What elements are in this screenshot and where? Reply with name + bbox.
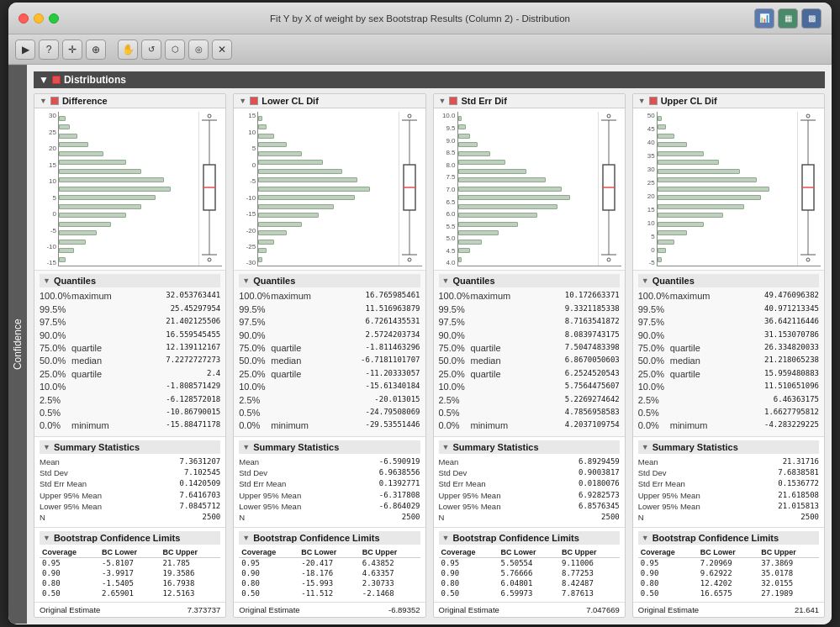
section-header: ▼ Distributions (34, 71, 825, 88)
panel-color-indicator (649, 97, 658, 105)
section-toggle-icon[interactable]: ▼ (239, 97, 246, 105)
quantile-row: 10.0% -15.61340184 (239, 381, 420, 393)
stats-toggle[interactable]: ▼ (642, 443, 649, 451)
chart-area: 302520151050-5-10-15 (34, 108, 225, 270)
boxplot-column (598, 112, 621, 266)
main-window: Fit Y by X of weight by sex Bootstrap Re… (8, 3, 832, 624)
quantiles-toggle[interactable]: ▼ (442, 277, 450, 285)
stats-row: Lower 95% Mean 6.8576345 (439, 501, 620, 512)
shape-button[interactable]: ⬡ (165, 40, 185, 60)
quantiles-toggle[interactable]: ▼ (242, 277, 250, 285)
bootstrap-section: ▼ Bootstrap Confidence Limits CoverageBC… (34, 527, 225, 602)
icon-btn-1[interactable]: 📊 (754, 8, 774, 29)
cross-button[interactable]: ✕ (212, 40, 232, 60)
quantiles-title: ▼ Quantiles (638, 274, 819, 287)
quantile-row: 10.0% -1.808571429 (40, 381, 220, 393)
boxplot-svg (798, 112, 818, 263)
bootstrap-row: 0.80 -1.5405 16.7938 (40, 578, 220, 588)
stats-row: Mean 6.8929459 (439, 456, 620, 467)
boxplot-column (797, 112, 821, 266)
stats-row: Mean 21.31716 (638, 456, 819, 467)
chart-area: 151050-5-10-15-20-25-30 (234, 108, 425, 270)
bootstrap-title: ▼ Bootstrap Confidence Limits (40, 531, 220, 545)
summary-stats-title: ▼ Summary Statistics (439, 440, 620, 454)
select-tool-button[interactable]: ▶ (15, 40, 35, 60)
panel-color-indicator (50, 97, 59, 105)
bootstrap-toggle[interactable]: ▼ (442, 534, 450, 542)
bootstrap-toggle[interactable]: ▼ (242, 534, 250, 542)
close-button[interactable] (18, 13, 29, 24)
stats-row: Lower 95% Mean 7.0845712 (40, 501, 220, 512)
stats-row: Mean 7.3631207 (40, 456, 220, 467)
bootstrap-header-row: CoverageBC LowerBC Upper (40, 547, 220, 558)
pan-button[interactable]: ✋ (118, 40, 138, 60)
maximize-button[interactable] (49, 13, 59, 24)
stats-toggle[interactable]: ▼ (442, 443, 450, 451)
y-axis-labels: 10.09.59.08.58.07.57.06.56.05.55.04.54.0 (437, 112, 457, 266)
stats-row: Upper 95% Mean 7.6416703 (40, 490, 220, 501)
zoom-button[interactable]: ⊕ (86, 40, 106, 60)
original-estimate: Original Estimate 7.047669 (434, 602, 625, 617)
circle-button[interactable]: ◎ (188, 40, 209, 60)
svg-point-26 (806, 114, 810, 118)
bootstrap-section: ▼ Bootstrap Confidence Limits CoverageBC… (434, 527, 625, 602)
quantiles-table: 100.0% maximum 32.053763441 99.5% 25.452… (40, 290, 220, 432)
bootstrap-toggle[interactable]: ▼ (642, 534, 649, 542)
quantile-row: 0.0% minimum -29.53551446 (239, 419, 420, 432)
quantiles-title: ▼ Quantiles (40, 274, 220, 287)
panel-header: ▼ Std Err Dif (434, 94, 625, 108)
quantile-row: 97.5% 8.7163541872 (439, 316, 620, 329)
stats-row: Lower 95% Mean -6.864029 (239, 501, 420, 512)
svg-point-13 (408, 258, 411, 261)
section-toggle-icon[interactable]: ▼ (439, 97, 446, 105)
title-bar: Fit Y by X of weight by sex Bootstrap Re… (8, 3, 832, 34)
bootstrap-row: 0.90 -3.9917 19.3586 (40, 568, 220, 578)
quantile-row: 50.0% median 6.8670050603 (439, 355, 620, 367)
panel-title: Lower CL Dif (262, 96, 319, 106)
section-toggle-icon[interactable]: ▼ (638, 97, 646, 105)
bootstrap-toggle[interactable]: ▼ (43, 534, 50, 542)
quantile-row: 99.5% 9.3321185338 (439, 303, 620, 316)
stats-toggle[interactable]: ▼ (242, 443, 250, 451)
quantile-row: 0.5% -10.86790015 (40, 407, 220, 419)
add-button[interactable]: ✛ (62, 40, 82, 60)
quantile-row: 99.5% 11.516963879 (239, 303, 420, 316)
minimize-button[interactable] (34, 13, 44, 24)
svg-point-20 (607, 258, 610, 261)
quantile-row: 100.0% maximum 16.765985461 (239, 290, 420, 303)
stats-row: Std Err Mean 0.0180076 (439, 478, 620, 489)
quantile-row: 0.5% -24.79508069 (239, 407, 420, 419)
quantile-row: 50.0% median 7.2272727273 (40, 355, 220, 367)
quantile-row: 25.0% quartile 15.959480883 (638, 368, 819, 381)
summary-stats-title: ▼ Summary Statistics (40, 440, 220, 454)
section-toggle-icon[interactable]: ▼ (40, 97, 47, 105)
original-estimate: Original Estimate 21.641 (633, 602, 824, 617)
quantile-row: 97.5% 36.642116446 (638, 316, 819, 329)
help-button[interactable]: ? (39, 40, 59, 60)
panel-upper-cl-dif: ▼ Upper CL Dif 50454035302520151050-5 (632, 93, 825, 617)
quantile-row: 90.0% 8.0839743175 (439, 329, 620, 342)
quantile-row: 25.0% quartile 2.4 (40, 368, 220, 381)
svg-point-12 (408, 114, 411, 118)
histogram (658, 112, 797, 266)
bootstrap-row: 0.95 -5.8107 21.785 (40, 557, 220, 568)
quantiles-toggle[interactable]: ▼ (43, 277, 50, 285)
original-estimate-label: Original Estimate (239, 605, 299, 614)
histogram (458, 112, 598, 266)
quantile-row: 0.5% 4.7856958583 (439, 407, 620, 419)
stats-row: Std Err Mean 0.1392771 (239, 478, 420, 489)
quantiles-toggle[interactable]: ▼ (642, 277, 649, 285)
stats-row: N 2500 (239, 512, 420, 523)
sidebar: Confidence (8, 65, 27, 624)
stats-toggle[interactable]: ▼ (43, 443, 50, 451)
undo-button[interactable]: ↺ (141, 40, 161, 60)
icon-btn-3[interactable]: ▩ (801, 8, 822, 29)
icon-btn-2[interactable]: ▦ (778, 8, 798, 29)
stats-row: Upper 95% Mean 21.618508 (638, 490, 819, 501)
window-title: Fit Y by X of weight by sex Bootstrap Re… (270, 13, 570, 24)
summary-stats-title: ▼ Summary Statistics (638, 440, 819, 454)
quantile-row: 2.5% -20.013015 (239, 394, 420, 407)
bootstrap-row: 0.50 2.65901 12.5163 (40, 588, 220, 598)
quantile-row: 75.0% quartile 12.139112167 (40, 342, 220, 355)
section-triangle: ▼ (39, 74, 49, 86)
